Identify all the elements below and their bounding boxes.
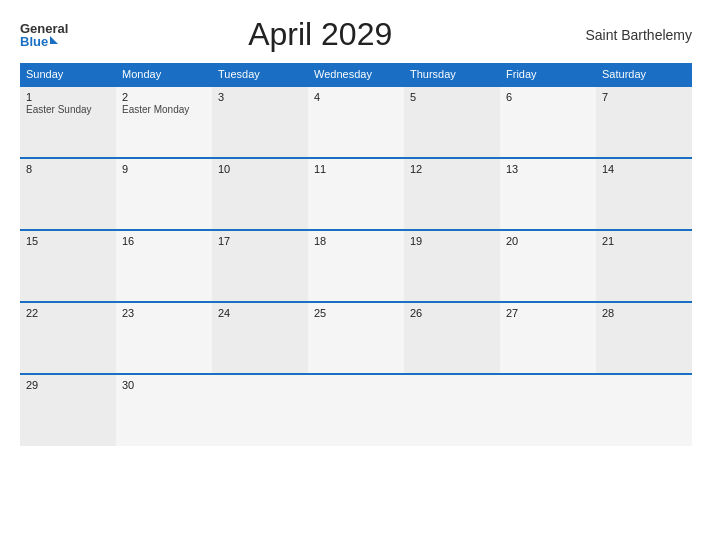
- table-row: 24: [212, 302, 308, 374]
- day-number: 28: [602, 307, 686, 319]
- calendar-header: Sunday Monday Tuesday Wednesday Thursday…: [20, 63, 692, 86]
- day-number: 20: [506, 235, 590, 247]
- table-row: 7: [596, 86, 692, 158]
- day-number: 17: [218, 235, 302, 247]
- country-label: Saint Barthelemy: [572, 27, 692, 43]
- day-number: 6: [506, 91, 590, 103]
- calendar-table: Sunday Monday Tuesday Wednesday Thursday…: [20, 63, 692, 446]
- day-number: 12: [410, 163, 494, 175]
- table-row: 17: [212, 230, 308, 302]
- day-number: 9: [122, 163, 206, 175]
- table-row: 2Easter Monday: [116, 86, 212, 158]
- table-row: 28: [596, 302, 692, 374]
- table-row: 29: [20, 374, 116, 446]
- logo-general-text: General: [20, 22, 68, 35]
- table-row: 18: [308, 230, 404, 302]
- day-number: 8: [26, 163, 110, 175]
- day-number: 21: [602, 235, 686, 247]
- day-number: 30: [122, 379, 206, 391]
- table-row: 27: [500, 302, 596, 374]
- table-row: [308, 374, 404, 446]
- day-number: 24: [218, 307, 302, 319]
- calendar-week-row: 1Easter Sunday2Easter Monday34567: [20, 86, 692, 158]
- table-row: [404, 374, 500, 446]
- table-row: 5: [404, 86, 500, 158]
- logo-blue-row: Blue: [20, 35, 58, 48]
- table-row: 10: [212, 158, 308, 230]
- table-row: 11: [308, 158, 404, 230]
- header-monday: Monday: [116, 63, 212, 86]
- day-number: 14: [602, 163, 686, 175]
- calendar-week-row: 22232425262728: [20, 302, 692, 374]
- day-number: 2: [122, 91, 206, 103]
- header: General Blue April 2029 Saint Barthelemy: [20, 16, 692, 53]
- day-number: 23: [122, 307, 206, 319]
- day-number: 25: [314, 307, 398, 319]
- table-row: [500, 374, 596, 446]
- header-thursday: Thursday: [404, 63, 500, 86]
- day-number: 22: [26, 307, 110, 319]
- table-row: 13: [500, 158, 596, 230]
- table-row: 15: [20, 230, 116, 302]
- table-row: 19: [404, 230, 500, 302]
- table-row: [596, 374, 692, 446]
- table-row: 4: [308, 86, 404, 158]
- day-number: 19: [410, 235, 494, 247]
- calendar-page: General Blue April 2029 Saint Barthelemy…: [0, 0, 712, 550]
- table-row: 30: [116, 374, 212, 446]
- table-row: 1Easter Sunday: [20, 86, 116, 158]
- day-number: 16: [122, 235, 206, 247]
- day-number: 4: [314, 91, 398, 103]
- day-number: 18: [314, 235, 398, 247]
- day-number: 7: [602, 91, 686, 103]
- table-row: 22: [20, 302, 116, 374]
- table-row: [212, 374, 308, 446]
- table-row: 9: [116, 158, 212, 230]
- table-row: 8: [20, 158, 116, 230]
- logo: General Blue: [20, 22, 68, 48]
- header-saturday: Saturday: [596, 63, 692, 86]
- table-row: 25: [308, 302, 404, 374]
- table-row: 3: [212, 86, 308, 158]
- day-event-label: Easter Monday: [122, 104, 206, 115]
- table-row: 14: [596, 158, 692, 230]
- table-row: 6: [500, 86, 596, 158]
- calendar-body: 1Easter Sunday2Easter Monday345678910111…: [20, 86, 692, 446]
- day-number: 5: [410, 91, 494, 103]
- table-row: 21: [596, 230, 692, 302]
- day-number: 3: [218, 91, 302, 103]
- calendar-title: April 2029: [68, 16, 572, 53]
- calendar-week-row: 2930: [20, 374, 692, 446]
- day-number: 26: [410, 307, 494, 319]
- day-number: 1: [26, 91, 110, 103]
- day-number: 11: [314, 163, 398, 175]
- logo-triangle-icon: [50, 36, 58, 44]
- day-event-label: Easter Sunday: [26, 104, 110, 115]
- header-friday: Friday: [500, 63, 596, 86]
- day-number: 10: [218, 163, 302, 175]
- header-wednesday: Wednesday: [308, 63, 404, 86]
- table-row: 23: [116, 302, 212, 374]
- day-number: 13: [506, 163, 590, 175]
- header-tuesday: Tuesday: [212, 63, 308, 86]
- calendar-week-row: 891011121314: [20, 158, 692, 230]
- days-header-row: Sunday Monday Tuesday Wednesday Thursday…: [20, 63, 692, 86]
- day-number: 15: [26, 235, 110, 247]
- header-sunday: Sunday: [20, 63, 116, 86]
- day-number: 27: [506, 307, 590, 319]
- table-row: 26: [404, 302, 500, 374]
- table-row: 16: [116, 230, 212, 302]
- calendar-week-row: 15161718192021: [20, 230, 692, 302]
- day-number: 29: [26, 379, 110, 391]
- table-row: 20: [500, 230, 596, 302]
- logo-blue-text: Blue: [20, 35, 48, 48]
- table-row: 12: [404, 158, 500, 230]
